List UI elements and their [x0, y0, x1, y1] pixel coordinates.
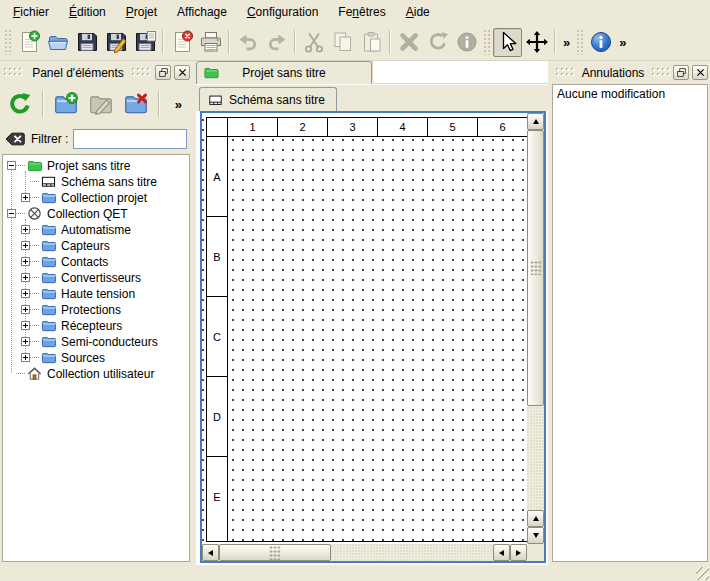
float-panel-button[interactable]	[673, 65, 689, 80]
save-button[interactable]	[72, 28, 101, 57]
close-file-button[interactable]	[167, 28, 196, 57]
menu-edition[interactable]: Édition	[59, 1, 116, 24]
window-resize-grip[interactable]	[696, 567, 709, 580]
delete-button[interactable]	[394, 28, 423, 57]
toolbar-handle[interactable]	[483, 29, 491, 55]
undo-button[interactable]	[233, 28, 262, 57]
tree-item-recepteurs[interactable]: Récepteurs	[3, 317, 189, 333]
print-button[interactable]	[196, 28, 225, 57]
tree-item-haute-tension[interactable]: Haute tension	[3, 285, 189, 301]
toolbar-handle[interactable]	[576, 29, 584, 55]
tree-item-protections[interactable]: Protections	[3, 301, 189, 317]
save-all-button[interactable]	[130, 28, 159, 57]
save-as-button[interactable]	[101, 28, 130, 57]
horizontal-scrollbar[interactable]	[202, 544, 527, 561]
tab-schema-sans-titre[interactable]: Schéma sans titre	[199, 87, 337, 111]
menu-affichage[interactable]: Affichage	[167, 1, 237, 24]
scroll-right-button[interactable]	[510, 544, 527, 561]
selection-mode-button[interactable]	[493, 28, 522, 57]
reload-collections-button[interactable]	[4, 88, 36, 120]
float-panel-button[interactable]	[155, 65, 171, 80]
page-new-icon	[17, 30, 41, 54]
tree-item-collection-qet[interactable]: Collection QET	[3, 205, 189, 221]
menu-fichier[interactable]: Fichier	[3, 1, 59, 24]
new-category-button[interactable]	[50, 88, 82, 120]
redo-button[interactable]	[262, 28, 291, 57]
scroll-down-button[interactable]	[527, 527, 544, 544]
dock-drag-handle[interactable]	[4, 68, 24, 77]
new-project-button[interactable]	[14, 28, 43, 57]
dock-drag-handle[interactable]	[652, 68, 670, 77]
tree-item-semi-conducteurs[interactable]: Semi-conducteurs	[3, 333, 189, 349]
expand-toggle-icon[interactable]	[21, 225, 30, 234]
menu-aide[interactable]: Aide	[396, 1, 440, 24]
vertical-scroll-track[interactable]	[527, 406, 544, 510]
menu-fenetres[interactable]: Fenêtres	[328, 1, 395, 24]
expand-toggle-icon[interactable]	[21, 193, 30, 202]
about-button[interactable]	[586, 28, 615, 57]
object-info-button[interactable]	[452, 28, 481, 57]
cut-button[interactable]	[299, 28, 328, 57]
close-panel-button[interactable]	[174, 65, 190, 80]
tree-item-sources[interactable]: Sources	[3, 349, 189, 365]
tree-item-contacts[interactable]: Contacts	[3, 253, 189, 269]
horizontal-scroll-track[interactable]	[331, 544, 493, 561]
copy-button[interactable]	[328, 28, 357, 57]
paste-icon	[360, 30, 384, 54]
vertical-scroll-thumb[interactable]	[527, 130, 544, 406]
dock-drag-handle[interactable]	[132, 68, 152, 77]
tree-item-label: Protections	[59, 302, 124, 317]
pan-mode-button[interactable]	[522, 28, 551, 57]
menu-bar: FichierÉditionProjetAffichageConfigurati…	[0, 0, 710, 24]
undo-history-item[interactable]: Aucune modification	[553, 85, 707, 103]
tree-item-capteurs[interactable]: Capteurs	[3, 237, 189, 253]
expand-toggle-icon[interactable]	[21, 353, 30, 362]
tree-item-projet-sans-titre[interactable]: Projet sans titre	[3, 157, 189, 173]
expand-toggle-icon[interactable]	[21, 241, 30, 250]
expand-toggle-icon[interactable]	[21, 321, 30, 330]
tree-item-collection-utilisateur[interactable]: Collection utilisateur	[3, 365, 189, 381]
horizontal-scroll-thumb[interactable]	[219, 544, 331, 561]
clear-filter-icon[interactable]	[4, 130, 26, 148]
menu-configuration[interactable]: Configuration	[237, 1, 328, 24]
scroll-left-button[interactable]	[202, 544, 219, 561]
tree-item-label: Projet sans titre	[45, 158, 133, 173]
undo-history-list[interactable]: Aucune modification	[552, 84, 708, 562]
tree-item-convertisseurs[interactable]: Convertisseurs	[3, 269, 189, 285]
dock-drag-handle[interactable]	[556, 68, 574, 77]
tree-item-collection-projet[interactable]: Collection projet	[3, 189, 189, 205]
scroll-up-button-2[interactable]	[527, 510, 544, 527]
expand-toggle-icon[interactable]	[21, 273, 30, 282]
scroll-left-button-2[interactable]	[493, 544, 510, 561]
toolbar-overflow-1-chevron[interactable]: »	[559, 29, 574, 55]
tree-item-schema-sans-titre[interactable]: Schéma sans titre	[3, 173, 189, 189]
scroll-up-button[interactable]	[527, 113, 544, 130]
expand-toggle-icon[interactable]	[21, 257, 30, 266]
drawing-area[interactable]	[228, 137, 527, 541]
panel-overflow-chevron[interactable]: »	[169, 97, 188, 112]
tab-projet-sans-titre[interactable]: Projet sans titre	[196, 61, 372, 84]
toolbar-overflow-2-chevron[interactable]: »	[615, 29, 630, 55]
filter-input[interactable]	[73, 129, 187, 149]
collapse-toggle-icon[interactable]	[7, 161, 16, 170]
menu-projet[interactable]: Projet	[116, 1, 167, 24]
expand-toggle-icon[interactable]	[21, 305, 30, 314]
elements-panel-dock: Panel d'éléments » Filtrer : Projet sans…	[0, 61, 192, 565]
row-header-A: A	[207, 137, 227, 217]
toolbar-handle[interactable]	[4, 29, 12, 55]
cut-icon	[302, 30, 326, 54]
elements-tree[interactable]: Projet sans titreSchéma sans titreCollec…	[2, 154, 190, 562]
edit-category-button[interactable]	[85, 88, 117, 120]
expand-toggle-icon[interactable]	[21, 337, 30, 346]
tree-item-automatisme[interactable]: Automatisme	[3, 221, 189, 237]
diagram-canvas[interactable]: 123456 ABCDE	[202, 113, 527, 544]
vertical-scrollbar[interactable]	[527, 113, 544, 544]
open-button[interactable]	[43, 28, 72, 57]
close-icon	[177, 67, 188, 78]
paste-button[interactable]	[357, 28, 386, 57]
rotate-button[interactable]	[423, 28, 452, 57]
close-panel-button[interactable]	[692, 65, 708, 80]
expand-toggle-icon[interactable]	[21, 289, 30, 298]
collapse-toggle-icon[interactable]	[7, 209, 16, 218]
delete-category-button[interactable]	[120, 88, 152, 120]
